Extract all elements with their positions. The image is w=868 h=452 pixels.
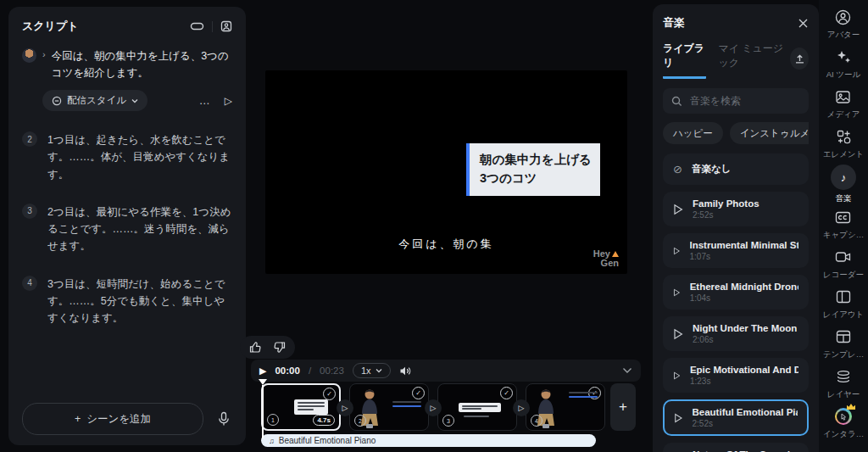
layers-icon [836, 367, 851, 386]
search-icon [671, 96, 682, 107]
scene-number: 2 [354, 415, 366, 427]
scene-subtitle-thumb [464, 416, 489, 417]
play-scene-icon[interactable]: ▷ [225, 95, 232, 107]
play-icon[interactable] [673, 328, 683, 340]
transition-icon: ▷ [342, 404, 348, 412]
music-item[interactable]: Nature Of The Sound4:16s [663, 443, 809, 452]
add-scene-tile[interactable]: + [610, 383, 636, 431]
play-icon[interactable] [673, 287, 681, 299]
watermark-text: Gen [593, 259, 619, 269]
music-search[interactable] [663, 88, 809, 114]
script-text[interactable]: 今回は、朝の集中力を上げる、3つのコツを紹介します。 [52, 47, 232, 81]
transition-button[interactable]: ▷ [337, 399, 353, 416]
music-item-duration: 1:04s [690, 293, 798, 303]
current-time: 00:00 [275, 366, 299, 376]
video-preview[interactable]: 朝の集中力を上げる 3つのコツ 今回は、朝の集 Hey Gen [265, 70, 627, 274]
music-search-input[interactable] [688, 94, 800, 108]
music-item-title: Beautiful Emotional Piano [692, 407, 798, 417]
music-item[interactable]: Family Photos2:52s [663, 192, 809, 226]
upload-music-button[interactable] [790, 47, 809, 70]
delivery-style-button[interactable]: 配信スタイル [42, 90, 147, 111]
timeline-scene-3[interactable]: ✓ 3 [437, 383, 517, 431]
scene-text-thumb [569, 392, 598, 398]
script-text[interactable]: 1つ目は、起きたら、水を飲むことです。……。体が、目覚めやすくなります。 [47, 131, 232, 183]
sidebar-item-recorder[interactable]: レコーダー [823, 248, 864, 281]
music-item-title: Instrumental Minimal String Quar [690, 240, 799, 250]
music-item[interactable]: Night Under The Moon2:06s [663, 316, 809, 351]
play-icon[interactable] [673, 204, 683, 215]
video-caption-card[interactable]: 朝の集中力を上げる 3つのコツ [466, 143, 600, 196]
captions-icon [835, 208, 851, 226]
sidebar-item-layers[interactable]: レイヤー [827, 367, 860, 400]
chip-instrumental[interactable]: インストゥルメンタル [730, 122, 809, 144]
chevron-right-icon[interactable]: › [42, 49, 46, 81]
script-text[interactable]: 2つ目は、最初にやる作業を、1つ決めることです。……。迷う時間を、減らせます。 [47, 204, 232, 255]
chevron-down-icon [131, 98, 138, 103]
heygen-arrow-icon [612, 251, 619, 257]
right-toolbar: アバター AI ツール メディア エレメント ♪ 音楽 [819, 0, 868, 452]
chip-happy[interactable]: ハッピー [663, 122, 723, 144]
script-row[interactable]: 2 1つ目は、起きたら、水を飲むことです。……。体が、目覚めやすくなります。 [22, 131, 232, 183]
add-scene-label: シーンを追加 [86, 412, 151, 427]
check-icon: ✓ [323, 388, 336, 400]
sidebar-item-music[interactable]: ♪ 音楽 [831, 165, 856, 204]
music-item-duration: 2:52s [693, 210, 760, 220]
play-icon[interactable] [673, 370, 681, 382]
playhead[interactable] [259, 379, 267, 438]
caption-line: 朝の集中力を上げる [480, 151, 592, 170]
sidebar-item-elements[interactable]: エレメント [823, 127, 865, 160]
sidebar-item-avatar[interactable]: アバター [827, 8, 860, 41]
script-row[interactable]: 3 2つ目は、最初にやる作業を、1つ決めることです。……。迷う時間を、減らせます… [22, 204, 232, 255]
thumbs-up-icon[interactable] [249, 341, 262, 354]
sidebar-item-captions[interactable]: キャプシ… [823, 208, 864, 241]
scene-text-thumb [392, 401, 421, 407]
template-icon [836, 327, 851, 346]
audio-track[interactable]: ♫ Beautiful Emotional Piano [261, 434, 596, 447]
speed-value: 1x [361, 366, 371, 376]
avatar-view-icon[interactable] [220, 20, 232, 32]
music-icon: ♪ [831, 165, 856, 190]
playback-speed-button[interactable]: 1x [353, 363, 391, 378]
more-options-icon[interactable]: … [199, 94, 211, 107]
sidebar-item-ai-tools[interactable]: AI ツール [826, 47, 861, 81]
scene-number-badge: 4 [22, 276, 37, 291]
microphone-button[interactable] [214, 411, 234, 427]
sidebar-item-interactive[interactable]: インタラ… [823, 407, 864, 440]
tab-library[interactable]: ライブラリ [663, 42, 706, 79]
timeline-scene-2[interactable]: ✓ 2 [349, 383, 429, 431]
sidebar-item-layout[interactable]: レイアウト [823, 287, 865, 321]
layout-icon [836, 287, 851, 306]
play-icon[interactable] [673, 245, 681, 257]
script-row[interactable]: 4 3つ目は、短時間だけ、始めることです。……。5分でも動くと、集中しやすくなり… [22, 276, 232, 327]
add-scene-button[interactable]: + シーンを追加 [22, 403, 203, 435]
caption-pill-icon[interactable] [190, 21, 204, 31]
scene-duration: 4.7s [313, 415, 335, 426]
music-item[interactable]: Ethereal Midnight Drone Sounds1:04s [663, 275, 809, 310]
thumbs-down-icon[interactable] [273, 341, 286, 354]
playhead-marker-icon [259, 379, 267, 385]
close-icon[interactable] [798, 18, 809, 29]
shapes-icon [836, 127, 852, 146]
music-item[interactable]: Epic Motivational And Dramatic1:23s [663, 358, 809, 393]
script-row[interactable]: › 今回は、朝の集中力を上げる、3つのコツを紹介します。 [22, 47, 232, 81]
transition-icon: ▷ [431, 404, 437, 412]
music-item-none[interactable]: ⊘ 音楽なし [663, 153, 809, 185]
sidebar-item-templates[interactable]: テンプレ… [823, 327, 864, 360]
scene-number-badge: 2 [22, 131, 37, 147]
timeline-scene-4[interactable]: ✓ 4 [526, 383, 605, 431]
play-button[interactable]: ▶ [259, 366, 266, 377]
music-filter-chips: ハッピー インストゥルメンタル 遊 [663, 122, 809, 144]
transition-button[interactable]: ▷ [513, 399, 530, 416]
collapse-timeline-icon[interactable] [622, 367, 632, 374]
watermark-text: Hey [593, 248, 610, 259]
music-item-selected[interactable]: Beautiful Emotional Piano2:52s [663, 399, 809, 436]
transition-button[interactable]: ▷ [425, 399, 442, 416]
script-text[interactable]: 3つ目は、短時間だけ、始めることです。……。5分でも動くと、集中しやすくなります… [47, 276, 232, 327]
music-item[interactable]: Instrumental Minimal String Quar1:07s [663, 233, 809, 268]
heygen-watermark: Hey Gen [593, 249, 619, 269]
volume-icon[interactable] [399, 366, 412, 377]
tab-my-music[interactable]: マイ ミュージック [718, 42, 790, 79]
sidebar-item-media[interactable]: メディア [827, 87, 860, 120]
play-icon[interactable] [674, 412, 682, 424]
timeline-scene-1[interactable]: ✓ 1 4.7s [261, 383, 341, 431]
